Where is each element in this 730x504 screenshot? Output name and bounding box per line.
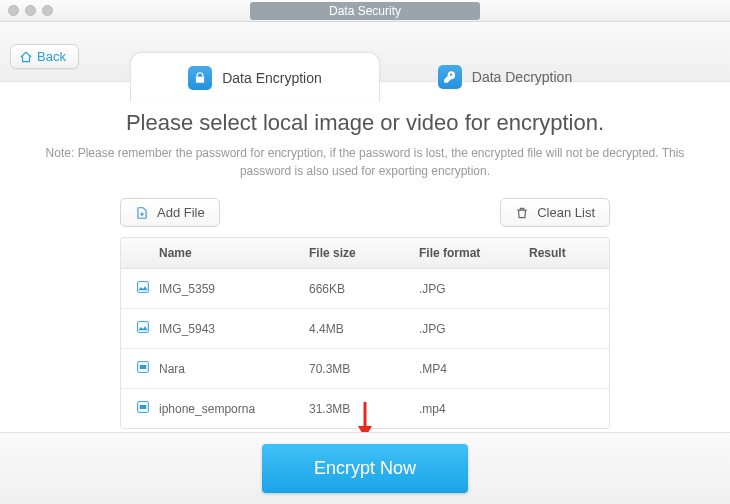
svg-rect-0	[138, 282, 149, 293]
image-file-icon	[135, 279, 159, 298]
footer: Encrypt Now	[0, 432, 730, 504]
cell-format: .mp4	[419, 402, 529, 416]
image-file-icon	[135, 319, 159, 338]
page-title: Please select local image or video for e…	[34, 110, 696, 136]
tab-decryption-label: Data Decryption	[472, 69, 572, 85]
lock-icon	[188, 66, 212, 90]
video-file-icon	[135, 399, 159, 418]
cell-format: .JPG	[419, 282, 529, 296]
minimize-icon[interactable]	[25, 5, 36, 16]
clean-list-label: Clean List	[537, 205, 595, 220]
header: Back Data Encryption Data Decryption	[0, 22, 730, 82]
col-name: Name	[159, 246, 309, 260]
add-file-icon	[135, 206, 149, 220]
table-row[interactable]: Nara 70.3MB .MP4	[121, 349, 609, 389]
col-format: File format	[419, 246, 529, 260]
tabs: Data Encryption Data Decryption	[130, 44, 630, 102]
window-title: Data Security	[250, 2, 480, 20]
encrypt-now-button[interactable]: Encrypt Now	[262, 444, 468, 493]
cell-format: .MP4	[419, 362, 529, 376]
note-text: Note: Please remember the password for e…	[35, 144, 695, 180]
back-label: Back	[37, 49, 66, 64]
clean-list-button[interactable]: Clean List	[500, 198, 610, 227]
cell-size: 70.3MB	[309, 362, 419, 376]
col-result: Result	[529, 246, 595, 260]
svg-rect-1	[138, 322, 149, 333]
cell-size: 4.4MB	[309, 322, 419, 336]
tab-encryption-label: Data Encryption	[222, 70, 322, 86]
table-row[interactable]: IMG_5359 666KB .JPG	[121, 269, 609, 309]
add-file-button[interactable]: Add File	[120, 198, 220, 227]
video-file-icon	[135, 359, 159, 378]
action-row: Add File Clean List	[104, 198, 626, 237]
title-bar: Data Security	[0, 0, 730, 22]
home-icon	[19, 50, 33, 64]
cell-size: 666KB	[309, 282, 419, 296]
col-size: File size	[309, 246, 419, 260]
svg-rect-3	[140, 365, 147, 369]
cell-name: IMG_5359	[159, 282, 309, 296]
cell-name: IMG_5943	[159, 322, 309, 336]
window-controls[interactable]	[8, 5, 53, 16]
maximize-icon[interactable]	[42, 5, 53, 16]
cell-format: .JPG	[419, 322, 529, 336]
tab-encryption[interactable]: Data Encryption	[130, 52, 380, 102]
content: Please select local image or video for e…	[0, 82, 730, 432]
add-file-label: Add File	[157, 205, 205, 220]
trash-icon	[515, 206, 529, 220]
table-header: Name File size File format Result	[121, 238, 609, 269]
table-row[interactable]: IMG_5943 4.4MB .JPG	[121, 309, 609, 349]
back-button[interactable]: Back	[10, 44, 79, 69]
close-icon[interactable]	[8, 5, 19, 16]
cell-name: Nara	[159, 362, 309, 376]
svg-rect-5	[140, 405, 147, 409]
cell-name: iphone_semporna	[159, 402, 309, 416]
tab-decryption[interactable]: Data Decryption	[380, 52, 630, 102]
key-icon	[438, 65, 462, 89]
